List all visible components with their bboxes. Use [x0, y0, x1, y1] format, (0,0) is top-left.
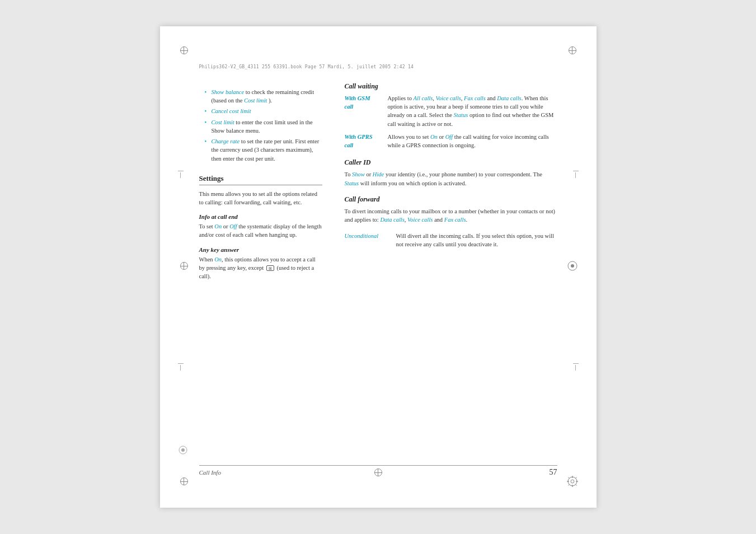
- call-forward-title: Call forward: [345, 195, 557, 204]
- reject-call-icon: ⊠: [266, 265, 274, 271]
- svg-point-11: [571, 264, 574, 268]
- corner-mark-bl: [178, 475, 190, 490]
- cw-row-gsm: With GSMcall Applies to All calls, Voice…: [345, 94, 557, 128]
- bottom-left-circle: [178, 445, 188, 457]
- svg-point-13: [181, 448, 185, 452]
- mid-mark-left: [178, 260, 190, 274]
- call-forward-intro: To divert incoming calls to your mailbox…: [345, 207, 557, 224]
- on-link-gprs: On: [430, 134, 438, 140]
- mid-mark-right: [566, 260, 579, 274]
- on-link-1: On: [214, 223, 222, 229]
- cf-body-unconditional: Will divert all the incoming calls. If y…: [396, 232, 557, 249]
- cw-body-gprs: Allows you to set On or Off the call wai…: [388, 133, 557, 149]
- settings-intro: This menu allows you to set all the opti…: [199, 190, 322, 207]
- footer: Call Info 57: [199, 465, 557, 477]
- left-side-mark-1: [178, 171, 184, 178]
- svg-line-8: [575, 477, 576, 479]
- svg-point-10: [568, 261, 577, 270]
- all-calls-link: All calls: [414, 95, 433, 101]
- any-key-answer-body: When On, this options allows you to acce…: [199, 255, 322, 281]
- left-column: Show balance to check the remaining cred…: [199, 82, 322, 463]
- off-link-1: Off: [229, 223, 237, 229]
- call-forward-row: Unconditional Will divert all the incomi…: [345, 232, 557, 249]
- cost-limit-link-1: Cost limit: [244, 97, 267, 104]
- cw-row-gprs: With GPRScall Allows you to set On or Of…: [345, 133, 557, 149]
- info-at-call-end-title: Info at call end: [199, 213, 322, 220]
- corner-mark-tr: [566, 44, 579, 59]
- data-calls-link-2: Data calls: [380, 217, 404, 223]
- hide-link: Hide: [373, 171, 384, 177]
- off-link-gprs: Off: [445, 134, 453, 140]
- svg-line-9: [568, 484, 570, 486]
- cw-label-gprs: With GPRScall: [345, 133, 381, 149]
- settings-section: Settings This menu allows you to set all…: [199, 174, 322, 281]
- list-item-show-balance: Show balance to check the remaining cred…: [205, 88, 322, 105]
- right-column: Call waiting With GSMcall Applies to All…: [345, 82, 557, 463]
- cw-body-gsm: Applies to All calls, Voice calls, Fax c…: [388, 94, 557, 128]
- svg-line-6: [568, 477, 570, 479]
- footer-left: Call Info: [199, 469, 221, 476]
- list-item-cost-limit: Cost limit to enter the cost limit used …: [205, 118, 322, 135]
- left-side-mark-2: [178, 363, 184, 371]
- cancel-cost-limit-link: Cancel cost limit: [212, 108, 251, 114]
- fax-calls-link-2: Fax calls: [444, 217, 466, 223]
- header-text: Philips362-V2_GB_4311 255 63391.book Pag…: [199, 64, 414, 69]
- header-line: Philips362-V2_GB_4311 255 63391.book Pag…: [199, 64, 557, 69]
- any-key-answer-title: Any key answer: [199, 246, 322, 253]
- on-link-2: On: [214, 256, 222, 263]
- show-balance-link: Show balance: [212, 89, 245, 95]
- charge-rate-link: Charge rate: [212, 138, 240, 144]
- svg-point-0: [568, 477, 577, 486]
- settings-title: Settings: [199, 174, 322, 185]
- caller-id-title: Caller ID: [345, 158, 557, 167]
- main-content: Show balance to check the remaining cred…: [199, 82, 557, 463]
- page: Philips362-V2_GB_4311 255 63391.book Pag…: [160, 26, 597, 508]
- cost-limit-link-2: Cost limit: [212, 119, 234, 125]
- list-item-cancel-cost-limit: Cancel cost limit: [205, 107, 322, 115]
- list-item-charge-rate: Charge rate to set the rate per unit. Fi…: [205, 137, 322, 163]
- bullet-list: Show balance to check the remaining cred…: [199, 88, 322, 163]
- cw-label-gsm: With GSMcall: [345, 94, 381, 128]
- right-side-mark-2: [573, 363, 579, 371]
- right-side-mark-1: [573, 171, 579, 178]
- call-waiting-table: With GSMcall Applies to All calls, Voice…: [345, 94, 557, 149]
- voice-calls-link-1: Voice calls: [436, 95, 461, 101]
- svg-point-1: [571, 480, 574, 483]
- data-calls-link-1: Data calls: [497, 95, 521, 101]
- svg-point-12: [179, 446, 187, 454]
- status-link-1: Status: [454, 112, 468, 118]
- info-at-call-end-body: To set On or Off the systematic display …: [199, 222, 322, 239]
- footer-right: 57: [550, 468, 557, 477]
- fax-calls-link-1: Fax calls: [464, 95, 486, 101]
- status-link-2: Status: [345, 180, 359, 186]
- svg-line-7: [575, 484, 576, 486]
- cf-label-unconditional: Unconditional: [345, 232, 389, 249]
- show-balance-end: ).: [269, 97, 272, 104]
- corner-mark-tl: [178, 44, 190, 59]
- show-link: Show: [352, 171, 365, 177]
- corner-mark-br: [566, 475, 579, 490]
- voice-calls-link-2: Voice calls: [407, 217, 433, 223]
- call-waiting-title: Call waiting: [345, 82, 557, 91]
- caller-id-body: To Show or Hide your identity (i.e., you…: [345, 170, 557, 187]
